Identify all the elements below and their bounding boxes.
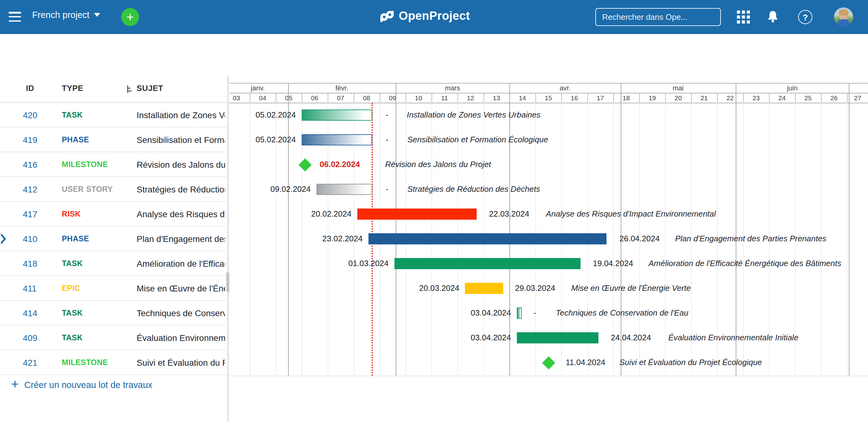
- gantt-bar[interactable]: [517, 332, 598, 343]
- work-package-type-label: RISK: [62, 202, 81, 226]
- gantt-bar-start-date: 01.03.2024: [308, 258, 389, 269]
- table-row[interactable]: 417RISKAnalyse des Risques d'Impact Envi…: [0, 202, 227, 226]
- gantt-bar-start-date: 03.04.2024: [431, 308, 511, 319]
- global-add-button[interactable]: +: [121, 8, 139, 26]
- top-navigation-bar: French project + OpenProject: [0, 0, 868, 34]
- help-icon[interactable]: ?: [798, 10, 812, 24]
- gantt-bar-start-date: 20.03.2024: [379, 283, 459, 294]
- gantt-month-gridline: [288, 83, 288, 375]
- gantt-week-header: 14: [509, 93, 535, 103]
- table-row[interactable]: 419PHASESensibilisation et Formation Éco…: [0, 128, 227, 152]
- gantt-month-header: [848, 83, 868, 93]
- gantt-bar-no-end-date: -: [530, 308, 539, 319]
- work-package-id-link[interactable]: 416: [23, 152, 37, 177]
- gantt-bar-title: Suivi et Évaluation du Projet Écologique: [619, 357, 762, 368]
- gantt-bar-title: Évaluation Environnementale Initiale: [668, 332, 799, 343]
- gantt-week-header: 13: [483, 93, 509, 103]
- gantt-week-header: 03: [229, 93, 249, 103]
- gantt-month-header: juin: [735, 83, 848, 93]
- gantt-week-header: 15: [535, 93, 561, 103]
- gantt-week-header: 18: [613, 93, 639, 103]
- gantt-month-header: avr.: [509, 83, 620, 93]
- work-package-id-link[interactable]: 411: [23, 276, 37, 301]
- gantt-bar-start-date: 23.02.2024: [282, 233, 363, 245]
- gantt-bar[interactable]: [357, 208, 477, 220]
- logo-text: OpenProject: [399, 9, 470, 23]
- table-row[interactable]: 414TASKTechniques de Conservation de l'E…: [0, 301, 227, 326]
- work-package-table: ID TYPE SUJET 420TASKInstallation de Zon…: [0, 76, 227, 422]
- gantt-chart: janv.févr.marsavr.maijuin030405060708091…: [229, 76, 868, 422]
- table-row[interactable]: 418TASKAmélioration de l'Efficacité Éner…: [0, 251, 227, 276]
- openproject-logo[interactable]: OpenProject: [380, 9, 470, 23]
- work-package-id-link[interactable]: 412: [23, 177, 37, 202]
- gantt-bar-start-date: 20.02.2024: [271, 208, 351, 220]
- work-package-id-link[interactable]: 409: [23, 326, 37, 350]
- gantt-week-header: 09: [379, 93, 405, 103]
- work-package-id-link[interactable]: 421: [23, 350, 37, 375]
- work-package-id-link[interactable]: 414: [23, 301, 37, 326]
- work-package-type-label: USER STORY: [62, 177, 113, 202]
- gantt-month-gridline: [395, 83, 396, 375]
- gantt-bar[interactable]: [301, 134, 372, 145]
- table-row[interactable]: 409TASKÉvaluation Environnementale Initi…: [0, 326, 227, 350]
- work-package-subject: Techniques de Conservation de l'Eau: [136, 301, 225, 326]
- gantt-month-gridline: [620, 83, 621, 375]
- gantt-bar[interactable]: [517, 308, 522, 319]
- column-header-id[interactable]: ID: [26, 84, 34, 93]
- hamburger-menu-icon[interactable]: [9, 12, 21, 22]
- gantt-month-gridline: [735, 83, 736, 375]
- gantt-bar[interactable]: [368, 233, 607, 245]
- column-header-subject[interactable]: SUJET: [136, 84, 163, 93]
- user-avatar[interactable]: [834, 7, 853, 27]
- work-package-id-link[interactable]: 419: [23, 128, 37, 152]
- project-switcher-label: French project: [32, 10, 89, 20]
- table-row[interactable]: 412USER STORYStratégies de Réduction des…: [0, 177, 227, 202]
- work-package-type-label: MILESTONE: [62, 350, 108, 375]
- gantt-bar[interactable]: [316, 184, 372, 195]
- gantt-month-gridline: [848, 83, 849, 375]
- work-package-subject: Analyse des Risques d'Impact Environneme…: [136, 202, 225, 226]
- table-gantt-splitter[interactable]: [227, 76, 229, 422]
- column-header-type[interactable]: TYPE: [62, 84, 84, 93]
- gantt-canvas: janv.févr.marsavr.maijuin030405060708091…: [229, 76, 868, 422]
- hierarchy-sort-icon[interactable]: [127, 85, 133, 93]
- gantt-milestone-diamond[interactable]: [542, 356, 555, 369]
- gantt-milestone-date: 06.02.2024: [320, 159, 360, 170]
- notifications-bell-icon[interactable]: [767, 10, 779, 24]
- table-row[interactable]: 416MILESTONERévision des Jalons du Proje…: [0, 152, 227, 177]
- table-row[interactable]: 410PHASEPlan d'Engagement des Parties Pr…: [0, 226, 227, 251]
- gantt-month-header: mars: [395, 83, 509, 93]
- table-row[interactable]: 421MILESTONESuivi et Évaluation du Proje…: [0, 350, 227, 375]
- gantt-bar[interactable]: [465, 283, 503, 294]
- work-package-id-link[interactable]: 420: [23, 103, 37, 128]
- work-package-id-link[interactable]: 417: [23, 202, 37, 226]
- caret-down-icon: [94, 13, 100, 17]
- search-input[interactable]: [601, 12, 712, 22]
- global-search-box[interactable]: [595, 8, 721, 26]
- gantt-bar-title: Révision des Jalons du Projet: [385, 159, 491, 170]
- work-package-subject: Révision des Jalons du Projet: [136, 152, 225, 177]
- table-row[interactable]: 411EPICMise en Œuvre de l'Énergie Verte: [0, 276, 227, 301]
- gantt-week-header: 17: [587, 93, 613, 103]
- create-work-package-link[interactable]: + Créer un nouveau lot de travaux: [11, 379, 152, 390]
- gantt-bar[interactable]: [301, 110, 372, 121]
- project-switcher[interactable]: French project: [32, 10, 100, 20]
- gantt-milestone-diamond[interactable]: [298, 158, 311, 171]
- modules-grid-icon[interactable]: [737, 10, 750, 24]
- gantt-month-gridline: [509, 83, 510, 375]
- splitter-drag-handle[interactable]: [226, 272, 229, 292]
- gantt-week-header: 16: [561, 93, 587, 103]
- work-packages-toolbar: Tous les tickets ouverts + Créer Inclure…: [0, 34, 868, 76]
- gantt-bar[interactable]: [394, 258, 581, 269]
- work-package-id-link[interactable]: 418: [23, 251, 37, 276]
- gantt-bar-end-date: 22.03.2024: [489, 208, 529, 220]
- work-package-subject: Sensibilisation et Formation Écologique: [136, 128, 225, 152]
- gantt-bar-title: Installation de Zones Vertes Urbaines: [407, 110, 540, 121]
- gantt-week-header: 19: [639, 93, 665, 103]
- gantt-week-header: 07: [328, 93, 353, 103]
- work-package-type-label: TASK: [62, 326, 83, 350]
- table-row[interactable]: 420TASKInstallation de Zones Vertes Urba…: [0, 103, 227, 128]
- gantt-week-header: 21: [691, 93, 717, 103]
- work-package-id-link[interactable]: 410: [23, 226, 37, 251]
- gantt-month-header: févr.: [288, 83, 395, 93]
